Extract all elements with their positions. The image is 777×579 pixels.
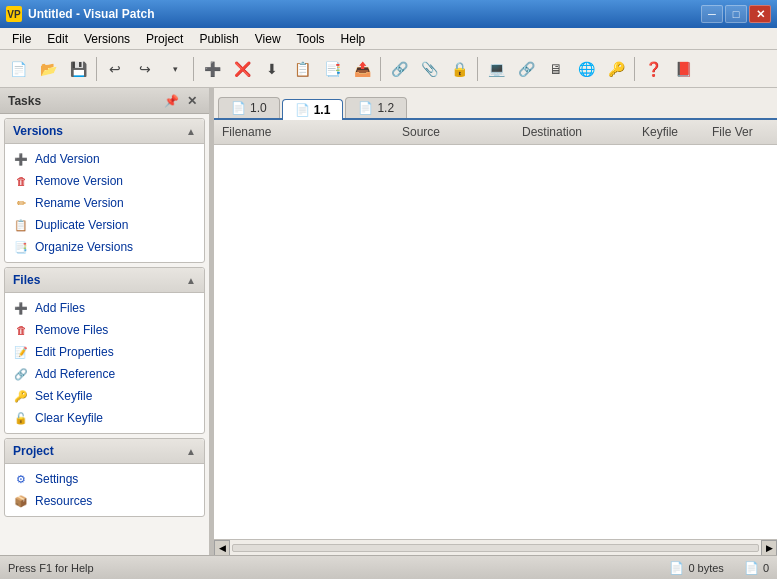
add-files-icon: ➕ (13, 300, 29, 316)
count-text: 0 (763, 562, 769, 574)
project-section-header[interactable]: Project ▲ (5, 439, 204, 464)
remove-files-task[interactable]: 🗑 Remove Files (5, 319, 204, 341)
open-button[interactable]: 📂 (34, 55, 62, 83)
set-keyfile-icon: 🔑 (13, 388, 29, 404)
redo-button[interactable]: ↪ (131, 55, 159, 83)
status-bar: Press F1 for Help 📄 0 bytes 📄 0 (0, 555, 777, 579)
add-version-task[interactable]: ➕ Add Version (5, 148, 204, 170)
set-keyfile-task[interactable]: 🔑 Set Keyfile (5, 385, 204, 407)
versions-section-header[interactable]: Versions ▲ (5, 119, 204, 144)
tabs-bar: 📄 1.0 📄 1.1 📄 1.2 (214, 88, 777, 120)
tab-1-0-label: 1.0 (250, 101, 267, 115)
tasks-header-label: Tasks (8, 94, 41, 108)
menu-item-versions[interactable]: Versions (76, 30, 138, 48)
maximize-button[interactable]: □ (725, 5, 747, 23)
organize-versions-icon: 📑 (13, 239, 29, 255)
save-button[interactable]: 💾 (64, 55, 92, 83)
edit-properties-task[interactable]: 📝 Edit Properties (5, 341, 204, 363)
duplicate-version-task[interactable]: 📋 Duplicate Version (5, 214, 204, 236)
web-button[interactable]: 🌐 (572, 55, 600, 83)
menu-item-tools[interactable]: Tools (289, 30, 333, 48)
minimize-button[interactable]: ─ (701, 5, 723, 23)
tasks-pin-button[interactable]: 📌 (162, 92, 180, 110)
tasks-header-icons: 📌 ✕ (162, 92, 201, 110)
scroll-right-button[interactable]: ▶ (761, 540, 777, 556)
add-files-task[interactable]: ➕ Add Files (5, 297, 204, 319)
display-button[interactable]: 🖥 (542, 55, 570, 83)
resources-task[interactable]: 📦 Resources (5, 490, 204, 512)
menu-item-project[interactable]: Project (138, 30, 191, 48)
remove-files-icon: 🗑 (13, 322, 29, 338)
organize-versions-label: Organize Versions (35, 240, 133, 254)
copy-button[interactable]: 📋 (288, 55, 316, 83)
tab-1-0[interactable]: 📄 1.0 (218, 97, 280, 118)
menu-item-edit[interactable]: Edit (39, 30, 76, 48)
undo-dropdown[interactable]: ▾ (161, 55, 189, 83)
paste-button[interactable]: 📑 (318, 55, 346, 83)
tasks-scroll[interactable]: Versions ▲ ➕ Add Version 🗑 Remove Versio… (0, 114, 209, 555)
menu-bar: FileEditVersionsProjectPublishViewToolsH… (0, 28, 777, 50)
new-button[interactable]: 📄 (4, 55, 32, 83)
pdf-button[interactable]: 📕 (669, 55, 697, 83)
help-button[interactable]: ❓ (639, 55, 667, 83)
tasks-panel: Tasks 📌 ✕ Versions ▲ ➕ Add Version (0, 88, 210, 555)
files-section-header[interactable]: Files ▲ (5, 268, 204, 293)
close-button[interactable]: ✕ (749, 5, 771, 23)
menu-item-file[interactable]: File (4, 30, 39, 48)
organize-versions-task[interactable]: 📑 Organize Versions (5, 236, 204, 258)
add-reference-icon: 🔗 (13, 366, 29, 382)
app-icon: VP (6, 6, 22, 22)
window-controls: ─ □ ✕ (701, 5, 771, 23)
scroll-track[interactable] (232, 544, 759, 552)
tab-1-1[interactable]: 📄 1.1 (282, 99, 344, 120)
tab-1-2-icon: 📄 (358, 101, 373, 115)
rename-version-task[interactable]: ✏ Rename Version (5, 192, 204, 214)
upload-button[interactable]: 📤 (348, 55, 376, 83)
lock-button[interactable]: 🔒 (445, 55, 473, 83)
add-files-label: Add Files (35, 301, 85, 315)
menu-item-view[interactable]: View (247, 30, 289, 48)
key-button[interactable]: 🔑 (602, 55, 630, 83)
remove-version-task[interactable]: 🗑 Remove Version (5, 170, 204, 192)
attach-button[interactable]: 📎 (415, 55, 443, 83)
remove-files-label: Remove Files (35, 323, 108, 337)
add-version-icon: ➕ (13, 151, 29, 167)
edit-properties-icon: 📝 (13, 344, 29, 360)
project-section: Project ▲ ⚙ Settings 📦 Resources (4, 438, 205, 517)
separator-5 (634, 57, 635, 81)
computer-button[interactable]: 💻 (482, 55, 510, 83)
clear-keyfile-task[interactable]: 🔓 Clear Keyfile (5, 407, 204, 429)
menu-item-help[interactable]: Help (333, 30, 374, 48)
horizontal-scrollbar[interactable]: ◀ ▶ (214, 539, 777, 555)
set-keyfile-label: Set Keyfile (35, 389, 92, 403)
tasks-close-button[interactable]: ✕ (183, 92, 201, 110)
download-button[interactable]: ⬇ (258, 55, 286, 83)
col-keyfile[interactable]: Keyfile (638, 122, 708, 142)
separator-2 (193, 57, 194, 81)
link-button[interactable]: 🔗 (385, 55, 413, 83)
add-reference-label: Add Reference (35, 367, 115, 381)
col-file-ver[interactable]: File Ver (708, 122, 777, 142)
col-filename[interactable]: Filename (218, 122, 398, 142)
remove-version-icon: 🗑 (13, 173, 29, 189)
tab-1-2[interactable]: 📄 1.2 (345, 97, 407, 118)
add-reference-task[interactable]: 🔗 Add Reference (5, 363, 204, 385)
col-source[interactable]: Source (398, 122, 518, 142)
tab-1-1-icon: 📄 (295, 103, 310, 117)
settings-task[interactable]: ⚙ Settings (5, 468, 204, 490)
remove-version-button[interactable]: ❌ (228, 55, 256, 83)
undo-button[interactable]: ↩ (101, 55, 129, 83)
scroll-left-button[interactable]: ◀ (214, 540, 230, 556)
project-section-body: ⚙ Settings 📦 Resources (5, 464, 204, 516)
settings-label: Settings (35, 472, 78, 486)
tab-1-0-icon: 📄 (231, 101, 246, 115)
file-list-body[interactable] (214, 145, 777, 539)
versions-collapse-icon: ▲ (186, 126, 196, 137)
menu-item-publish[interactable]: Publish (191, 30, 246, 48)
network-button[interactable]: 🔗 (512, 55, 540, 83)
files-collapse-icon: ▲ (186, 275, 196, 286)
clear-keyfile-icon: 🔓 (13, 410, 29, 426)
col-destination[interactable]: Destination (518, 122, 638, 142)
add-version-button[interactable]: ➕ (198, 55, 226, 83)
help-text: Press F1 for Help (8, 562, 94, 574)
